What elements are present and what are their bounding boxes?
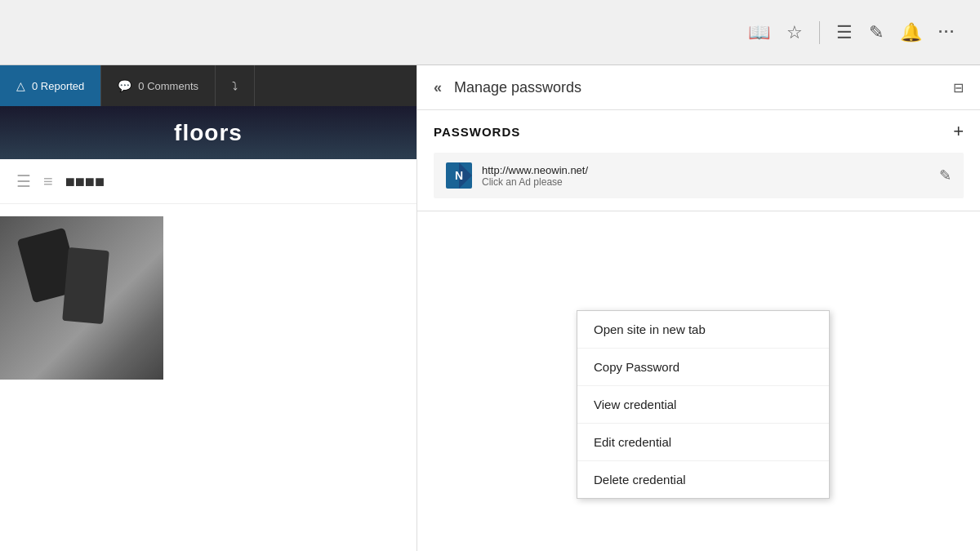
context-menu-item-edit-credential[interactable]: Edit credential xyxy=(577,424,829,461)
content-toolbar: ☰ ≡ ■■■■ xyxy=(0,159,416,204)
more-options-icon[interactable]: ··· xyxy=(938,24,956,41)
context-menu-item-view-credential[interactable]: View credential xyxy=(577,386,829,424)
panel-title: Manage passwords xyxy=(454,79,953,96)
notifications-icon[interactable]: 🔔 xyxy=(900,22,922,43)
toolbar-divider xyxy=(819,21,820,44)
tab-reported-label: 0 Reported xyxy=(32,80,84,92)
entry-url: http://www.neowin.net/ xyxy=(482,164,929,176)
pin-button[interactable]: ⊟ xyxy=(953,80,964,96)
entry-info: http://www.neowin.net/ Click an Ad pleas… xyxy=(482,164,929,188)
page-heading: floors xyxy=(0,106,416,159)
main-area: △ 0 Reported 💬 0 Comments ⤵ floors ☰ ≡ ■… xyxy=(0,65,980,551)
shares-icon: ⤵ xyxy=(232,79,238,92)
tab-reported[interactable]: △ 0 Reported xyxy=(0,65,101,106)
site-favicon: N xyxy=(446,162,472,189)
list-view-2-icon[interactable]: ≡ xyxy=(43,172,53,191)
page-title: floors xyxy=(174,120,243,146)
page-content: △ 0 Reported 💬 0 Comments ⤵ floors ☰ ≡ ■… xyxy=(0,65,416,551)
context-menu-item-delete-credential[interactable]: Delete credential xyxy=(577,461,829,498)
edit-page-icon[interactable]: ✎ xyxy=(869,22,884,43)
edit-entry-button[interactable]: ✎ xyxy=(939,167,951,184)
favorites-icon[interactable]: ☆ xyxy=(786,22,803,43)
tab-comments-label: 0 Comments xyxy=(138,80,198,92)
list-view-1-icon[interactable]: ☰ xyxy=(16,171,31,191)
tabs-bar: △ 0 Reported 💬 0 Comments ⤵ xyxy=(0,65,416,106)
reported-icon: △ xyxy=(16,79,25,92)
menu-icon[interactable]: ☰ xyxy=(836,22,853,43)
password-entry[interactable]: N http://www.neowin.net/ Click an Ad ple… xyxy=(434,153,964,198)
back-button[interactable]: « xyxy=(434,79,442,96)
browser-chrome: 📖 ☆ ☰ ✎ 🔔 ··· xyxy=(0,0,980,65)
context-menu-item-copy-password[interactable]: Copy Password xyxy=(577,349,829,386)
grid-view-icon[interactable]: ■■■■ xyxy=(65,172,105,191)
add-password-button[interactable]: + xyxy=(953,122,964,140)
context-menu-item-open-tab[interactable]: Open site in new tab xyxy=(577,311,829,349)
tab-comments[interactable]: 💬 0 Comments xyxy=(101,65,216,106)
context-menu: Open site in new tab Copy Password View … xyxy=(577,310,830,499)
favicon-letter: N xyxy=(455,169,463,182)
tab-shares[interactable]: ⤵ xyxy=(216,65,255,106)
panel-header: « Manage passwords ⊟ xyxy=(417,65,980,110)
passwords-panel: « Manage passwords ⊟ PASSWORDS + N http:… xyxy=(416,65,980,551)
section-header: PASSWORDS + xyxy=(434,122,964,140)
section-title: PASSWORDS xyxy=(434,125,520,139)
comments-icon: 💬 xyxy=(118,79,131,92)
passwords-section: PASSWORDS + N http://www.neowin.net/ Cli… xyxy=(417,110,980,211)
article-image xyxy=(0,216,163,380)
entry-username: Click an Ad please xyxy=(482,176,929,188)
reading-view-icon[interactable]: 📖 xyxy=(748,22,770,43)
article-area xyxy=(0,204,416,392)
